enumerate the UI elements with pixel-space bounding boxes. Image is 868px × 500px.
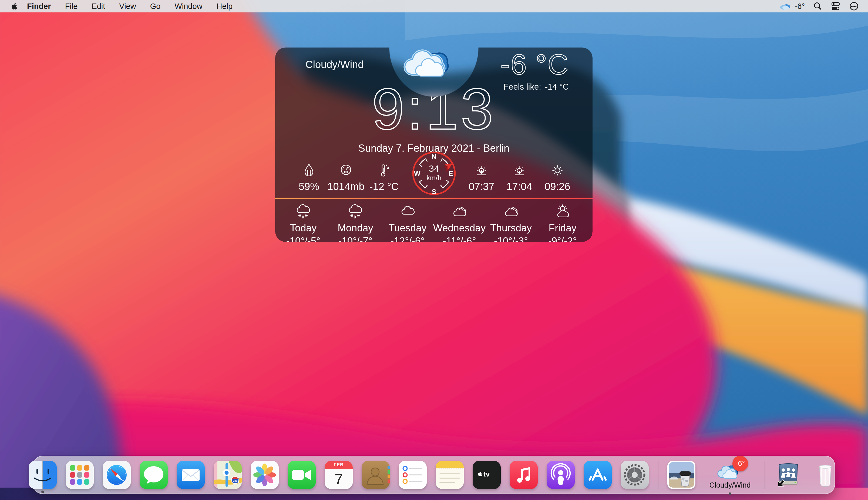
wind-compass: N E S W 34 km/h [411, 150, 457, 196]
sunrise-icon [475, 163, 488, 177]
snow-cloud-icon [347, 203, 364, 220]
stat-daylight: 09:26 [537, 163, 578, 193]
facetime-icon [288, 461, 316, 489]
control-center-icon[interactable] [830, 2, 841, 11]
pressure-value: 1014mb [327, 181, 364, 193]
apple-tv-icon: tv [473, 461, 501, 489]
forecast-day: Thursday [490, 223, 532, 234]
forecast-thursday: Thursday -10°/-3° [485, 203, 537, 247]
forecast-day: Wednesday [433, 223, 486, 234]
calendar-month: FEB [325, 461, 353, 469]
dock-notes[interactable] [436, 461, 464, 489]
dock-podcasts[interactable] [546, 461, 575, 489]
dock-music[interactable] [510, 461, 538, 489]
dock-weather-app[interactable]: -6° Cloudy/Wind [704, 457, 756, 493]
dock-network-drive[interactable] [774, 461, 802, 489]
calendar-day: 7 [325, 469, 353, 489]
dock-launchpad[interactable] [66, 461, 94, 489]
apple-logo-icon[interactable] [10, 2, 19, 11]
stat-humidity: 59% [289, 163, 329, 193]
sunrise-value: 07:37 [469, 181, 494, 193]
cloud-icon [399, 203, 416, 220]
forecast-day: Tuesday [388, 223, 427, 234]
menu-view[interactable]: View [112, 0, 143, 12]
stat-sunrise: 07:37 [461, 163, 502, 193]
forecast-today: Today -10°/-5° [278, 203, 329, 247]
contacts-icon [362, 461, 390, 489]
weather-running-indicator [729, 492, 731, 495]
widget-separator-line [275, 197, 593, 199]
dock-reminders[interactable] [399, 461, 427, 489]
finder-icon [29, 461, 57, 489]
menu-bar: Finder File Edit View Go Window Help -6° [0, 0, 868, 12]
menu-file[interactable]: File [58, 0, 85, 12]
sun-icon [551, 163, 564, 177]
dock-facetime[interactable] [288, 461, 316, 489]
stat-dew-temperature: -12 °C [364, 163, 404, 193]
music-icon [510, 461, 538, 489]
dock-trash[interactable] [811, 461, 839, 489]
photos-icon [251, 461, 279, 489]
forecast-wednesday: Wednesday -11°/-6° [434, 203, 485, 247]
calendar-icon: FEB 7 [325, 461, 353, 489]
dock-separator [765, 461, 765, 489]
app-store-icon [584, 461, 612, 489]
dock-photos[interactable] [251, 461, 279, 489]
maps-icon: 280 [214, 461, 242, 489]
snow-cloud-icon [295, 203, 312, 220]
dock-safari[interactable] [103, 461, 131, 489]
forecast-day: Monday [338, 223, 373, 234]
dock-tv[interactable]: tv [473, 461, 501, 489]
podcasts-icon [546, 461, 575, 489]
forecast-day: Friday [549, 223, 577, 234]
dock-screenshot-preview[interactable] [667, 461, 696, 489]
widget-clock-time: 9:13 [275, 80, 593, 138]
dock: 280 [33, 456, 835, 494]
humidity-value: 59% [299, 181, 319, 193]
compass-w: W [414, 170, 421, 177]
menu-finder[interactable]: Finder [19, 0, 58, 12]
wind-speed-value: 34 [429, 163, 439, 174]
dock-system-preferences[interactable] [621, 461, 649, 489]
weather-status-cloud-icon[interactable] [779, 2, 791, 10]
dock-finder[interactable] [29, 461, 57, 489]
dock-maps[interactable]: 280 [214, 461, 242, 489]
dock-messages[interactable] [139, 461, 168, 489]
system-preferences-icon [621, 461, 649, 489]
launchpad-icon [66, 461, 94, 489]
menu-window[interactable]: Window [167, 0, 209, 12]
forecast-friday: Friday -9°/-2° [537, 203, 588, 247]
menu-help[interactable]: Help [210, 0, 240, 12]
dock-contacts[interactable] [362, 461, 390, 489]
messages-icon [139, 461, 168, 489]
dock-calendar[interactable]: FEB 7 [325, 461, 353, 489]
sun-cloud-icon [554, 203, 571, 220]
sunset-icon [512, 163, 526, 177]
stat-pressure: 1014mb [326, 163, 366, 193]
status-temperature[interactable]: -6° [795, 2, 805, 11]
dock-mail[interactable] [177, 461, 205, 489]
clock-menu-extra-icon[interactable] [849, 1, 859, 11]
screenshot-preview-thumbnail [667, 461, 696, 489]
forecast-tuesday: Tuesday -12°/-6° [382, 203, 433, 247]
thermometer-icon [377, 163, 391, 177]
svg-text:280: 280 [233, 479, 238, 482]
daylight-value: 09:26 [544, 181, 570, 193]
clouds-icon [451, 203, 468, 220]
spotlight-search-icon[interactable] [813, 2, 822, 11]
dock-app-store[interactable] [584, 461, 612, 489]
mail-icon [177, 461, 205, 489]
sunset-value: 17:04 [506, 181, 532, 193]
menu-go[interactable]: Go [143, 0, 168, 12]
menu-edit[interactable]: Edit [84, 0, 112, 12]
widget-condition-label: Cloudy/Wind [305, 59, 363, 70]
safari-icon [103, 461, 131, 489]
stat-sunset: 17:04 [499, 163, 540, 193]
widget-temperature: -6 °C [500, 48, 569, 81]
compass-s: S [431, 188, 436, 195]
clouds-icon [503, 203, 519, 220]
humidity-droplet-icon [302, 163, 316, 177]
notes-icon [436, 461, 464, 489]
compass-e: E [449, 170, 453, 177]
svg-text:tv: tv [483, 470, 490, 478]
